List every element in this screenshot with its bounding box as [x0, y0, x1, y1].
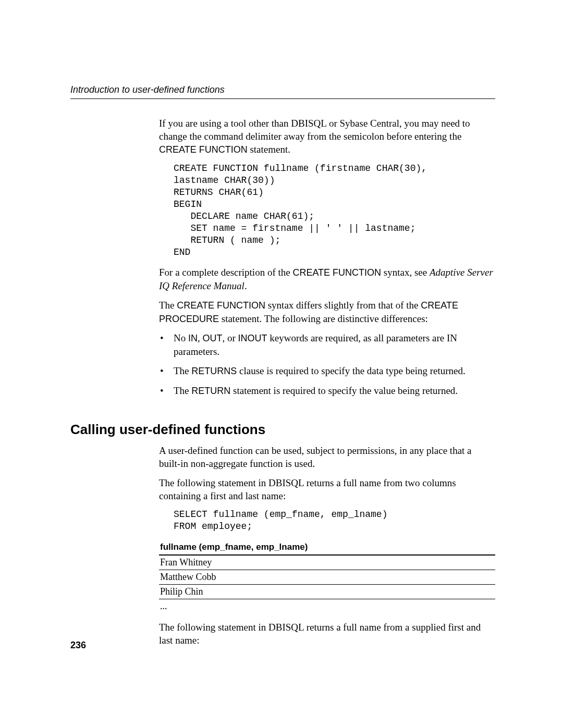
code-inline: RETURNS [191, 366, 237, 376]
table-row: Philip Chin [159, 585, 495, 599]
code-block-select: SELECT fullname (emp_fname, emp_lname) F… [174, 509, 495, 533]
paragraph-after-table: The following statement in DBISQL return… [159, 621, 495, 647]
table-header: fullname (emp_fname, emp_lname) [159, 540, 495, 556]
paragraph-differences: The CREATE FUNCTION syntax differs sligh… [159, 299, 495, 326]
text: statement is required to specify the val… [230, 385, 458, 396]
code-inline: CREATE FUNCTION [177, 300, 265, 311]
running-header: Introduction to user-defined functions [70, 84, 495, 99]
table-row: Matthew Cobb [159, 570, 495, 585]
paragraph-reference: For a complete description of the CREATE… [159, 266, 495, 292]
list-item: The RETURN statement is required to spec… [159, 384, 495, 398]
code-inline: INOUT [238, 333, 267, 343]
table-more: ... [159, 599, 495, 613]
body-content: If you are using a tool other than DBISQ… [159, 117, 495, 647]
paragraph: The following statement in DBISQL return… [159, 476, 495, 502]
list-item: The RETURNS clause is required to specif… [159, 364, 495, 378]
code-inline: OUT [202, 333, 222, 343]
text: statement. [248, 144, 290, 155]
page-number: 236 [70, 640, 86, 651]
text: , or [222, 332, 238, 343]
text: clause is required to specify the data t… [237, 365, 465, 376]
code-inline: CREATE FUNCTION [292, 267, 381, 278]
list-item: No IN, OUT, or INOUT keywords are requir… [159, 331, 495, 358]
code-inline: IN [188, 333, 198, 343]
code-inline: RETURN [191, 386, 230, 396]
text: statement. The following are distinctive… [219, 313, 428, 324]
code-inline: CREATE FUNCTION [159, 144, 248, 155]
text: If you are using a tool other than DBISQ… [159, 118, 470, 142]
text: No [174, 332, 188, 343]
text: syntax, see [381, 267, 430, 278]
text: For a complete description of the [159, 267, 292, 278]
text: The [174, 385, 191, 396]
text: The [159, 300, 177, 311]
text: syntax differs slightly from that of the [265, 300, 421, 311]
intro-paragraph: If you are using a tool other than DBISQ… [159, 117, 495, 156]
text: . [244, 280, 247, 291]
code-block-create-function: CREATE FUNCTION fullname (firstname CHAR… [174, 163, 495, 258]
bullet-list: No IN, OUT, or INOUT keywords are requir… [159, 331, 495, 397]
text: The [174, 365, 191, 376]
paragraph: A user-defined function can be used, sub… [159, 444, 495, 470]
result-table: fullname (emp_fname, emp_lname) Fran Whi… [159, 540, 495, 613]
page: Introduction to user-defined functions I… [0, 0, 563, 728]
section-heading-calling: Calling user-defined functions [70, 422, 495, 438]
table-row: Fran Whitney [159, 556, 495, 570]
